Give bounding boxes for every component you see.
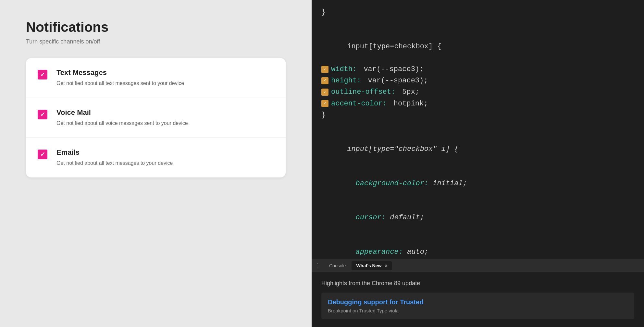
notification-item-text-messages: Text Messages Get notified about all tex… [26, 58, 286, 98]
notification-text-text-messages: Text Messages Get notified about all tex… [56, 68, 274, 87]
notification-title-voice-mail: Voice Mail [56, 108, 274, 117]
check-icon-height [321, 77, 328, 84]
page-title: Notifications [26, 19, 286, 35]
code-line-brace-2: } [321, 109, 634, 121]
code-line-blank-1 [321, 18, 634, 29]
check-icon-width [321, 66, 328, 73]
check-icon-outline-offset [321, 89, 328, 96]
notification-desc-voice-mail: Get notified about all voice messages se… [56, 119, 274, 127]
checkbox-wrapper-voice-mail[interactable] [38, 110, 47, 119]
checkbox-voice-mail[interactable] [38, 110, 47, 119]
code-line-accent-color: accent-color: hotpink; [321, 98, 634, 109]
notification-title-emails: Emails [56, 148, 274, 157]
left-panel: Notifications Turn specific channels on/… [0, 0, 312, 327]
code-line-brace-1: } [321, 6, 634, 18]
code-line-height: height: var(--space3); [321, 75, 634, 86]
right-panel: } input[type=checkbox] { width: var(--sp… [312, 0, 644, 327]
whats-new-content: Highlights from the Chrome 89 update Deb… [312, 272, 644, 327]
notification-text-voice-mail: Voice Mail Get notified about all voice … [56, 108, 274, 127]
notification-item-emails: Emails Get notified about all text messa… [26, 138, 286, 177]
code-line-selector-1: input[type=checkbox] { [321, 29, 634, 64]
devtools-bottom: ⋮ Console What's New × Highlights from t… [312, 259, 644, 327]
code-line-appearance: appearance: auto; [321, 235, 634, 259]
code-line-cursor: cursor: default; [321, 200, 634, 235]
code-line-outline-offset: outline-offset: 5px; [321, 86, 634, 98]
checkbox-wrapper-emails[interactable] [38, 150, 47, 159]
code-line-bg-color: background-color: initial; [321, 166, 634, 201]
code-line-blank-2 [321, 121, 634, 132]
notification-desc-text-messages: Get notified about all text messages sen… [56, 79, 274, 87]
checkbox-text-messages[interactable] [38, 70, 47, 79]
update-card[interactable]: Debugging support for Trusted Breakpoint… [321, 293, 634, 319]
update-card-desc: Breakpoint on Trusted Type viola [328, 308, 628, 313]
notification-text-emails: Emails Get notified about all text messa… [56, 148, 274, 167]
tab-close-whats-new[interactable]: × [385, 263, 387, 268]
notification-title-text-messages: Text Messages [56, 68, 274, 77]
code-line-width: width: var(--space3); [321, 64, 634, 75]
notification-desc-emails: Get notified about all text messages to … [56, 159, 274, 167]
chrome-update-text: Highlights from the Chrome 89 update [321, 280, 634, 287]
checkbox-wrapper-text-messages[interactable] [38, 70, 47, 79]
notification-item-voice-mail: Voice Mail Get notified about all voice … [26, 98, 286, 138]
code-area: } input[type=checkbox] { width: var(--sp… [312, 0, 644, 259]
devtools-tabs: ⋮ Console What's New × [312, 259, 644, 272]
dots-menu-icon[interactable]: ⋮ [315, 262, 321, 269]
tab-console[interactable]: Console [325, 261, 350, 270]
code-line-selector-2: input[type="checkbox" i] { [321, 132, 634, 166]
page-subtitle: Turn specific channels on/off [26, 38, 286, 45]
update-card-title: Debugging support for Trusted [328, 298, 628, 306]
tab-whats-new[interactable]: What's New × [352, 261, 392, 270]
notifications-card: Text Messages Get notified about all tex… [26, 58, 286, 177]
checkbox-emails[interactable] [38, 150, 47, 159]
check-icon-accent-color [321, 100, 328, 107]
